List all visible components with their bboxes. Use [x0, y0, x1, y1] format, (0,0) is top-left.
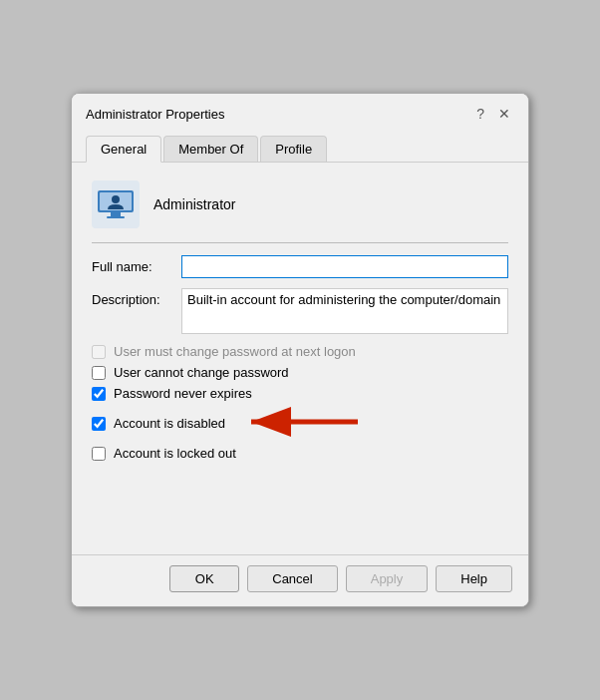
svg-rect-3	[111, 212, 121, 216]
header-divider	[92, 242, 508, 243]
button-bar: OK Cancel Apply Help	[72, 554, 528, 606]
fullname-input[interactable]	[181, 255, 508, 278]
checkbox-password-never-expires-label: Password never expires	[114, 386, 252, 401]
apply-button[interactable]: Apply	[346, 565, 429, 592]
checkbox-row-5: Account is locked out	[92, 446, 508, 461]
fullname-label: Full name:	[92, 255, 181, 274]
title-bar: Administrator Properties ? ✕	[72, 94, 528, 124]
content-spacer	[92, 461, 508, 540]
checkbox-row-4: Account is disabled	[92, 407, 508, 440]
help-button[interactable]: Help	[436, 565, 512, 592]
title-bar-buttons: ? ✕	[472, 104, 514, 124]
checkboxes-section: User must change password at next logon …	[92, 344, 508, 461]
checkbox-row-1: User must change password at next logon	[92, 344, 508, 359]
help-title-button[interactable]: ?	[472, 104, 488, 124]
tab-member-of[interactable]: Member Of	[163, 136, 258, 162]
checkbox-cannot-change-password-label: User cannot change password	[114, 365, 289, 380]
description-row: Description: Built-in account for admini…	[92, 288, 508, 334]
dialog-title: Administrator Properties	[86, 107, 224, 122]
svg-point-5	[112, 195, 120, 203]
checkbox-account-disabled[interactable]	[92, 417, 106, 431]
ok-button[interactable]: OK	[169, 565, 239, 592]
fullname-row: Full name:	[92, 255, 508, 278]
description-input[interactable]: Built-in account for administering the c…	[181, 288, 508, 334]
checkbox-must-change-password-label: User must change password at next logon	[114, 344, 356, 359]
checkbox-account-locked-out-label: Account is locked out	[114, 446, 236, 461]
checkbox-account-disabled-label: Account is disabled	[114, 416, 225, 431]
tab-profile[interactable]: Profile	[260, 136, 327, 162]
checkbox-cannot-change-password[interactable]	[92, 366, 106, 380]
checkbox-must-change-password[interactable]	[92, 345, 106, 359]
checkbox-account-locked-out[interactable]	[92, 447, 106, 461]
close-title-button[interactable]: ✕	[494, 104, 514, 124]
cancel-button[interactable]: Cancel	[247, 565, 337, 592]
tab-content: Administrator Full name: Description: Bu…	[72, 163, 528, 554]
description-label: Description:	[92, 288, 181, 307]
user-name-label: Administrator	[153, 196, 235, 212]
user-avatar-icon	[92, 180, 140, 228]
checkbox-password-never-expires[interactable]	[92, 387, 106, 401]
checkbox-row-2: User cannot change password	[92, 365, 508, 380]
user-header: Administrator	[92, 176, 508, 238]
red-arrow-annotation	[243, 407, 363, 440]
tab-bar: General Member Of Profile	[72, 128, 528, 163]
tab-general[interactable]: General	[86, 136, 161, 163]
checkbox-row-3: Password never expires	[92, 386, 508, 401]
svg-rect-4	[107, 216, 125, 218]
user-avatar	[92, 180, 140, 228]
dialog-window: Administrator Properties ? ✕ General Mem…	[71, 93, 529, 607]
